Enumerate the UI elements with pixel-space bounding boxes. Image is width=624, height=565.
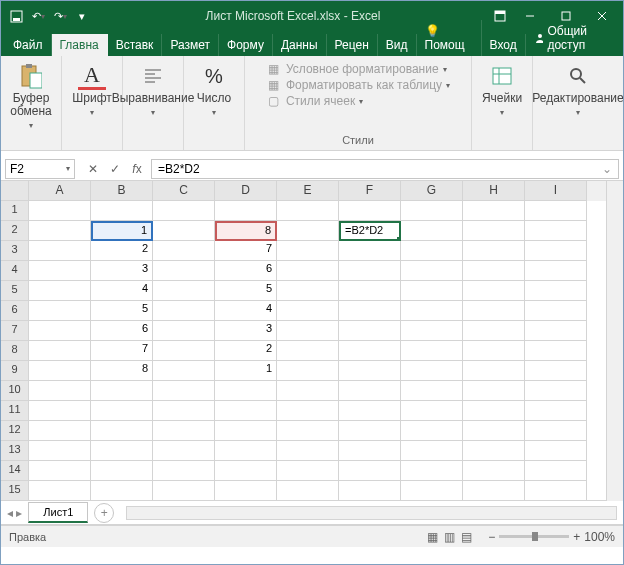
normal-view-icon[interactable]: ▦: [427, 530, 438, 544]
cell-I13[interactable]: [525, 441, 587, 461]
cell-E5[interactable]: [277, 281, 339, 301]
cell-I11[interactable]: [525, 401, 587, 421]
zoom-out-icon[interactable]: −: [488, 530, 495, 544]
cell-C3[interactable]: [153, 241, 215, 261]
cell-F14[interactable]: [339, 461, 401, 481]
cell-C15[interactable]: [153, 481, 215, 501]
cell-A10[interactable]: [29, 381, 91, 401]
cell-C5[interactable]: [153, 281, 215, 301]
col-header-C[interactable]: C: [153, 181, 215, 201]
cell-G14[interactable]: [401, 461, 463, 481]
qat-customize-icon[interactable]: ▾: [73, 7, 91, 25]
cell-F9[interactable]: [339, 361, 401, 381]
cell-G11[interactable]: [401, 401, 463, 421]
cell-styles-button[interactable]: ▢Стили ячеек ▾: [266, 94, 450, 108]
cell-H13[interactable]: [463, 441, 525, 461]
cell-D4[interactable]: 6: [215, 261, 277, 281]
tab-help[interactable]: 💡 Помощ: [417, 20, 482, 56]
cell-C8[interactable]: [153, 341, 215, 361]
cell-B9[interactable]: 8: [91, 361, 153, 381]
col-header-I[interactable]: I: [525, 181, 587, 201]
cell-F3[interactable]: [339, 241, 401, 261]
cell-I2[interactable]: [525, 221, 587, 241]
cell-F5[interactable]: [339, 281, 401, 301]
sheet-tab-1[interactable]: Лист1: [28, 502, 88, 523]
cell-G5[interactable]: [401, 281, 463, 301]
cell-H5[interactable]: [463, 281, 525, 301]
cell-H12[interactable]: [463, 421, 525, 441]
cell-H14[interactable]: [463, 461, 525, 481]
row-header[interactable]: 2: [1, 221, 29, 241]
cell-H9[interactable]: [463, 361, 525, 381]
cell-C1[interactable]: [153, 201, 215, 221]
cell-B10[interactable]: [91, 381, 153, 401]
cell-I7[interactable]: [525, 321, 587, 341]
cell-C11[interactable]: [153, 401, 215, 421]
fx-icon[interactable]: fx: [129, 162, 145, 176]
cell-F1[interactable]: [339, 201, 401, 221]
page-layout-view-icon[interactable]: ▥: [444, 530, 455, 544]
tab-insert[interactable]: Вставк: [108, 34, 163, 56]
cell-G12[interactable]: [401, 421, 463, 441]
cell-D6[interactable]: 4: [215, 301, 277, 321]
cell-A11[interactable]: [29, 401, 91, 421]
row-header[interactable]: 6: [1, 301, 29, 321]
cell-F4[interactable]: [339, 261, 401, 281]
cell-E10[interactable]: [277, 381, 339, 401]
cell-G7[interactable]: [401, 321, 463, 341]
cell-G13[interactable]: [401, 441, 463, 461]
cell-I5[interactable]: [525, 281, 587, 301]
cell-F6[interactable]: [339, 301, 401, 321]
col-header-A[interactable]: A: [29, 181, 91, 201]
cell-D8[interactable]: 2: [215, 341, 277, 361]
cells-button[interactable]: Ячейки▾: [478, 60, 526, 120]
cell-E14[interactable]: [277, 461, 339, 481]
cell-B6[interactable]: 5: [91, 301, 153, 321]
cell-H3[interactable]: [463, 241, 525, 261]
sheet-nav[interactable]: ◂ ▸: [1, 506, 28, 520]
cell-C2[interactable]: [153, 221, 215, 241]
cell-F15[interactable]: [339, 481, 401, 501]
row-header[interactable]: 5: [1, 281, 29, 301]
cell-B13[interactable]: [91, 441, 153, 461]
cell-I1[interactable]: [525, 201, 587, 221]
cell-G15[interactable]: [401, 481, 463, 501]
paste-button[interactable]: Буфер обмена ▾: [7, 60, 55, 133]
cell-D15[interactable]: [215, 481, 277, 501]
cell-C10[interactable]: [153, 381, 215, 401]
cell-I10[interactable]: [525, 381, 587, 401]
cell-B5[interactable]: 4: [91, 281, 153, 301]
horizontal-scrollbar[interactable]: [126, 506, 617, 520]
cell-A3[interactable]: [29, 241, 91, 261]
number-button[interactable]: % Число▾: [190, 60, 238, 120]
cell-G3[interactable]: [401, 241, 463, 261]
cell-H10[interactable]: [463, 381, 525, 401]
row-header[interactable]: 1: [1, 201, 29, 221]
cell-A7[interactable]: [29, 321, 91, 341]
expand-formula-icon[interactable]: ⌄: [602, 162, 612, 176]
cell-D2[interactable]: 8: [215, 221, 277, 241]
cell-F10[interactable]: [339, 381, 401, 401]
cell-G8[interactable]: [401, 341, 463, 361]
cell-I4[interactable]: [525, 261, 587, 281]
cancel-formula-icon[interactable]: ✕: [85, 162, 101, 176]
tab-view[interactable]: Вид: [378, 34, 417, 56]
cell-F2[interactable]: =B2*D2: [339, 221, 401, 241]
cell-E6[interactable]: [277, 301, 339, 321]
zoom-in-icon[interactable]: +: [573, 530, 580, 544]
cell-D13[interactable]: [215, 441, 277, 461]
cell-B8[interactable]: 7: [91, 341, 153, 361]
cell-E15[interactable]: [277, 481, 339, 501]
cell-H4[interactable]: [463, 261, 525, 281]
row-header[interactable]: 8: [1, 341, 29, 361]
cell-D9[interactable]: 1: [215, 361, 277, 381]
undo-icon[interactable]: ↶▾: [29, 7, 47, 25]
cell-H11[interactable]: [463, 401, 525, 421]
cell-A6[interactable]: [29, 301, 91, 321]
cell-B3[interactable]: 2: [91, 241, 153, 261]
save-icon[interactable]: [7, 7, 25, 25]
cell-I8[interactable]: [525, 341, 587, 361]
conditional-formatting-button[interactable]: ▦Условное форматирование ▾: [266, 62, 450, 76]
cell-A8[interactable]: [29, 341, 91, 361]
cell-F7[interactable]: [339, 321, 401, 341]
